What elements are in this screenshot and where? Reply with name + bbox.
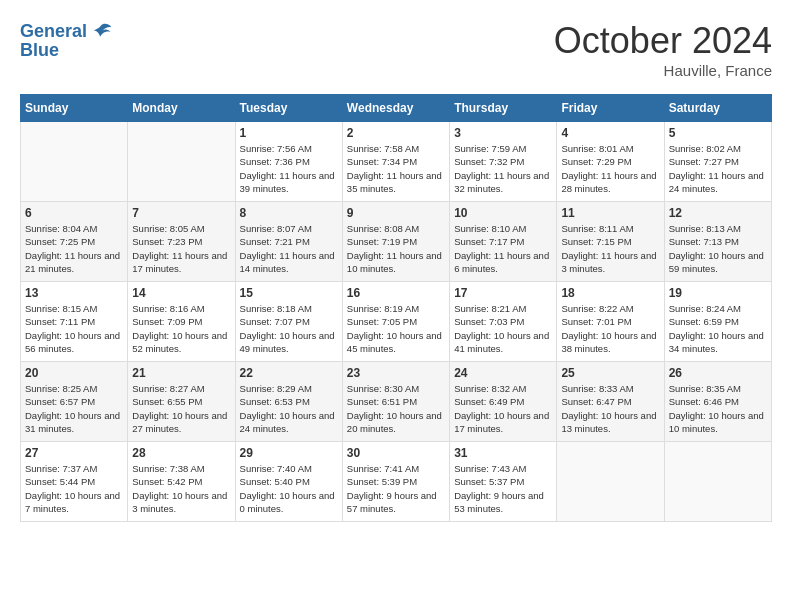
calendar-week-4: 20 Sunrise: 8:25 AMSunset: 6:57 PMDaylig… bbox=[21, 362, 772, 442]
day-number: 11 bbox=[561, 206, 659, 220]
day-number: 6 bbox=[25, 206, 123, 220]
day-number: 3 bbox=[454, 126, 552, 140]
day-info: Sunrise: 7:59 AMSunset: 7:32 PMDaylight:… bbox=[454, 142, 552, 195]
calendar-cell: 24 Sunrise: 8:32 AMSunset: 6:49 PMDaylig… bbox=[450, 362, 557, 442]
day-info: Sunrise: 8:01 AMSunset: 7:29 PMDaylight:… bbox=[561, 142, 659, 195]
day-info: Sunrise: 7:37 AMSunset: 5:44 PMDaylight:… bbox=[25, 462, 123, 515]
day-info: Sunrise: 8:24 AMSunset: 6:59 PMDaylight:… bbox=[669, 302, 767, 355]
calendar-cell: 21 Sunrise: 8:27 AMSunset: 6:55 PMDaylig… bbox=[128, 362, 235, 442]
calendar-cell: 16 Sunrise: 8:19 AMSunset: 7:05 PMDaylig… bbox=[342, 282, 449, 362]
calendar-cell: 28 Sunrise: 7:38 AMSunset: 5:42 PMDaylig… bbox=[128, 442, 235, 522]
logo: General Blue bbox=[20, 20, 113, 61]
calendar-cell: 25 Sunrise: 8:33 AMSunset: 6:47 PMDaylig… bbox=[557, 362, 664, 442]
day-info: Sunrise: 8:10 AMSunset: 7:17 PMDaylight:… bbox=[454, 222, 552, 275]
weekday-header-saturday: Saturday bbox=[664, 95, 771, 122]
day-number: 16 bbox=[347, 286, 445, 300]
day-info: Sunrise: 8:32 AMSunset: 6:49 PMDaylight:… bbox=[454, 382, 552, 435]
day-number: 25 bbox=[561, 366, 659, 380]
day-info: Sunrise: 8:05 AMSunset: 7:23 PMDaylight:… bbox=[132, 222, 230, 275]
day-number: 21 bbox=[132, 366, 230, 380]
calendar-cell: 18 Sunrise: 8:22 AMSunset: 7:01 PMDaylig… bbox=[557, 282, 664, 362]
calendar-table: SundayMondayTuesdayWednesdayThursdayFrid… bbox=[20, 94, 772, 522]
calendar-cell: 30 Sunrise: 7:41 AMSunset: 5:39 PMDaylig… bbox=[342, 442, 449, 522]
calendar-cell: 3 Sunrise: 7:59 AMSunset: 7:32 PMDayligh… bbox=[450, 122, 557, 202]
calendar-cell bbox=[128, 122, 235, 202]
day-info: Sunrise: 7:41 AMSunset: 5:39 PMDaylight:… bbox=[347, 462, 445, 515]
day-number: 4 bbox=[561, 126, 659, 140]
calendar-cell: 13 Sunrise: 8:15 AMSunset: 7:11 PMDaylig… bbox=[21, 282, 128, 362]
day-info: Sunrise: 8:21 AMSunset: 7:03 PMDaylight:… bbox=[454, 302, 552, 355]
calendar-cell: 17 Sunrise: 8:21 AMSunset: 7:03 PMDaylig… bbox=[450, 282, 557, 362]
day-number: 22 bbox=[240, 366, 338, 380]
day-info: Sunrise: 7:58 AMSunset: 7:34 PMDaylight:… bbox=[347, 142, 445, 195]
day-info: Sunrise: 8:29 AMSunset: 6:53 PMDaylight:… bbox=[240, 382, 338, 435]
day-info: Sunrise: 8:30 AMSunset: 6:51 PMDaylight:… bbox=[347, 382, 445, 435]
title-block: October 2024 Hauville, France bbox=[554, 20, 772, 79]
page-header: General Blue October 2024 Hauville, Fran… bbox=[20, 20, 772, 79]
day-number: 30 bbox=[347, 446, 445, 460]
day-info: Sunrise: 8:07 AMSunset: 7:21 PMDaylight:… bbox=[240, 222, 338, 275]
day-number: 20 bbox=[25, 366, 123, 380]
location-subtitle: Hauville, France bbox=[554, 62, 772, 79]
day-number: 5 bbox=[669, 126, 767, 140]
day-number: 7 bbox=[132, 206, 230, 220]
day-number: 28 bbox=[132, 446, 230, 460]
day-info: Sunrise: 7:56 AMSunset: 7:36 PMDaylight:… bbox=[240, 142, 338, 195]
day-info: Sunrise: 8:25 AMSunset: 6:57 PMDaylight:… bbox=[25, 382, 123, 435]
calendar-cell: 29 Sunrise: 7:40 AMSunset: 5:40 PMDaylig… bbox=[235, 442, 342, 522]
calendar-cell: 7 Sunrise: 8:05 AMSunset: 7:23 PMDayligh… bbox=[128, 202, 235, 282]
day-number: 18 bbox=[561, 286, 659, 300]
day-info: Sunrise: 8:15 AMSunset: 7:11 PMDaylight:… bbox=[25, 302, 123, 355]
weekday-header-wednesday: Wednesday bbox=[342, 95, 449, 122]
calendar-cell: 27 Sunrise: 7:37 AMSunset: 5:44 PMDaylig… bbox=[21, 442, 128, 522]
day-info: Sunrise: 8:19 AMSunset: 7:05 PMDaylight:… bbox=[347, 302, 445, 355]
day-info: Sunrise: 7:38 AMSunset: 5:42 PMDaylight:… bbox=[132, 462, 230, 515]
day-info: Sunrise: 8:27 AMSunset: 6:55 PMDaylight:… bbox=[132, 382, 230, 435]
weekday-header-friday: Friday bbox=[557, 95, 664, 122]
calendar-cell: 1 Sunrise: 7:56 AMSunset: 7:36 PMDayligh… bbox=[235, 122, 342, 202]
day-info: Sunrise: 8:13 AMSunset: 7:13 PMDaylight:… bbox=[669, 222, 767, 275]
day-number: 8 bbox=[240, 206, 338, 220]
day-info: Sunrise: 7:43 AMSunset: 5:37 PMDaylight:… bbox=[454, 462, 552, 515]
calendar-cell: 6 Sunrise: 8:04 AMSunset: 7:25 PMDayligh… bbox=[21, 202, 128, 282]
calendar-cell: 31 Sunrise: 7:43 AMSunset: 5:37 PMDaylig… bbox=[450, 442, 557, 522]
calendar-week-2: 6 Sunrise: 8:04 AMSunset: 7:25 PMDayligh… bbox=[21, 202, 772, 282]
day-number: 1 bbox=[240, 126, 338, 140]
calendar-cell: 26 Sunrise: 8:35 AMSunset: 6:46 PMDaylig… bbox=[664, 362, 771, 442]
day-number: 17 bbox=[454, 286, 552, 300]
calendar-cell: 2 Sunrise: 7:58 AMSunset: 7:34 PMDayligh… bbox=[342, 122, 449, 202]
day-info: Sunrise: 8:02 AMSunset: 7:27 PMDaylight:… bbox=[669, 142, 767, 195]
day-info: Sunrise: 8:08 AMSunset: 7:19 PMDaylight:… bbox=[347, 222, 445, 275]
calendar-cell: 14 Sunrise: 8:16 AMSunset: 7:09 PMDaylig… bbox=[128, 282, 235, 362]
weekday-header-sunday: Sunday bbox=[21, 95, 128, 122]
day-number: 26 bbox=[669, 366, 767, 380]
calendar-cell: 15 Sunrise: 8:18 AMSunset: 7:07 PMDaylig… bbox=[235, 282, 342, 362]
day-number: 19 bbox=[669, 286, 767, 300]
calendar-cell bbox=[557, 442, 664, 522]
day-number: 10 bbox=[454, 206, 552, 220]
day-info: Sunrise: 8:35 AMSunset: 6:46 PMDaylight:… bbox=[669, 382, 767, 435]
calendar-cell: 23 Sunrise: 8:30 AMSunset: 6:51 PMDaylig… bbox=[342, 362, 449, 442]
weekday-header-row: SundayMondayTuesdayWednesdayThursdayFrid… bbox=[21, 95, 772, 122]
calendar-cell: 22 Sunrise: 8:29 AMSunset: 6:53 PMDaylig… bbox=[235, 362, 342, 442]
day-number: 24 bbox=[454, 366, 552, 380]
calendar-cell: 8 Sunrise: 8:07 AMSunset: 7:21 PMDayligh… bbox=[235, 202, 342, 282]
day-info: Sunrise: 8:18 AMSunset: 7:07 PMDaylight:… bbox=[240, 302, 338, 355]
day-number: 12 bbox=[669, 206, 767, 220]
calendar-week-3: 13 Sunrise: 8:15 AMSunset: 7:11 PMDaylig… bbox=[21, 282, 772, 362]
weekday-header-monday: Monday bbox=[128, 95, 235, 122]
calendar-cell: 19 Sunrise: 8:24 AMSunset: 6:59 PMDaylig… bbox=[664, 282, 771, 362]
day-info: Sunrise: 8:22 AMSunset: 7:01 PMDaylight:… bbox=[561, 302, 659, 355]
day-number: 27 bbox=[25, 446, 123, 460]
day-number: 9 bbox=[347, 206, 445, 220]
day-number: 29 bbox=[240, 446, 338, 460]
logo-bird-icon bbox=[89, 20, 113, 44]
calendar-cell bbox=[664, 442, 771, 522]
day-number: 14 bbox=[132, 286, 230, 300]
logo-text: General bbox=[20, 22, 87, 42]
month-title: October 2024 bbox=[554, 20, 772, 62]
calendar-cell: 20 Sunrise: 8:25 AMSunset: 6:57 PMDaylig… bbox=[21, 362, 128, 442]
calendar-week-1: 1 Sunrise: 7:56 AMSunset: 7:36 PMDayligh… bbox=[21, 122, 772, 202]
day-number: 15 bbox=[240, 286, 338, 300]
day-number: 2 bbox=[347, 126, 445, 140]
